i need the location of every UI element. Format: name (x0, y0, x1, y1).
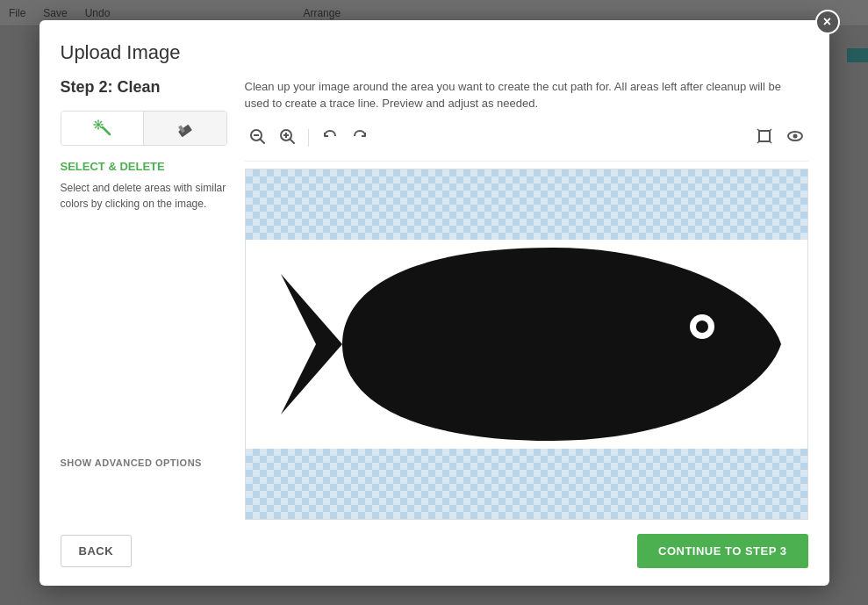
redo-button[interactable] (348, 124, 372, 153)
eye-icon (786, 126, 805, 146)
svg-line-18 (290, 139, 294, 143)
svg-line-0 (103, 127, 110, 134)
modal: × Upload Image Step 2: Clean (39, 20, 829, 586)
continue-button[interactable]: CONTINUE TO STEP 3 (637, 534, 808, 568)
svg-line-22 (757, 141, 759, 143)
svg-line-9 (96, 126, 97, 128)
zoom-in-button[interactable] (275, 124, 299, 153)
modal-body: Step 2: Clean (61, 78, 808, 520)
svg-rect-19 (759, 131, 770, 141)
show-advanced-options[interactable]: SHOW ADVANCED OPTIONS (61, 457, 227, 468)
eraser-tool-button[interactable] (144, 112, 226, 145)
checker-bottom (246, 449, 807, 519)
content-area: Clean up your image around the area you … (245, 78, 808, 520)
svg-line-20 (757, 129, 759, 131)
fish-container (246, 222, 807, 466)
canvas-toolbar (245, 123, 808, 162)
step-title: Step 2: Clean (61, 78, 227, 97)
svg-line-8 (100, 121, 102, 123)
modal-overlay: × Upload Image Step 2: Clean (0, 0, 868, 605)
zoom-in-icon (278, 127, 296, 145)
zoom-out-button[interactable] (245, 124, 269, 153)
undo-icon (321, 127, 339, 145)
redo-icon (351, 127, 369, 145)
crop-button[interactable] (752, 123, 777, 154)
svg-point-25 (793, 133, 797, 138)
preview-button[interactable] (782, 123, 808, 154)
crop-icon (756, 127, 773, 145)
instruction-text: Clean up your image around the area you … (245, 78, 808, 112)
canvas-toolbar-right (752, 123, 808, 154)
advanced-options-section: SHOW ADVANCED OPTIONS (61, 457, 227, 468)
svg-line-6 (96, 121, 97, 123)
svg-line-14 (260, 139, 264, 143)
svg-line-21 (770, 129, 771, 131)
eraser-icon (176, 119, 195, 138)
modal-title: Upload Image (61, 41, 808, 64)
svg-line-23 (770, 141, 771, 143)
svg-point-1 (97, 123, 100, 126)
svg-point-27 (696, 321, 708, 333)
wand-tool-button[interactable] (61, 112, 145, 145)
canvas-container[interactable] (245, 169, 808, 520)
wand-icon (92, 119, 111, 138)
select-delete-desc: Select and delete areas with similar col… (61, 180, 227, 212)
toolbar-divider (308, 129, 309, 147)
zoom-out-icon (248, 127, 266, 145)
undo-button[interactable] (318, 124, 342, 153)
tool-bar (61, 111, 227, 146)
modal-footer: BACK CONTINUE TO STEP 3 (61, 534, 808, 568)
fish-svg (272, 221, 781, 467)
back-button[interactable]: BACK (61, 535, 133, 567)
close-button[interactable]: × (815, 10, 840, 34)
sidebar: Step 2: Clean (61, 78, 227, 520)
select-delete-label: SELECT & DELETE (61, 160, 227, 173)
svg-line-7 (100, 126, 102, 128)
